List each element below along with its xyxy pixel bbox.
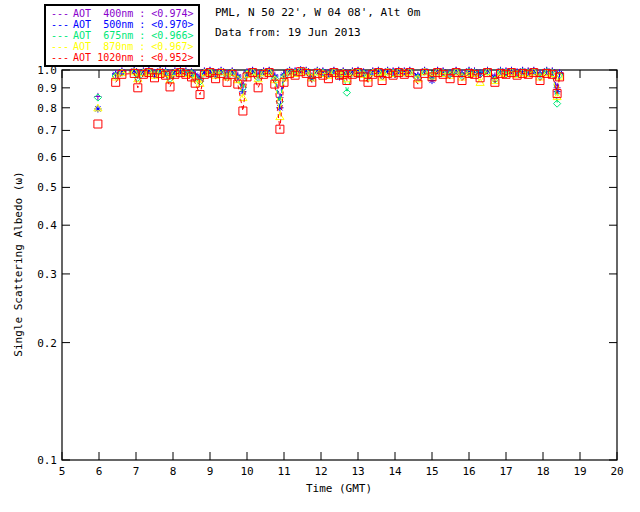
legend-line-sample-icon: --- <box>51 8 69 19</box>
svg-text:17: 17 <box>499 465 512 478</box>
legend-line-sample-icon: --- <box>51 41 69 52</box>
legend-label: AOT 675nm : <0.966> <box>73 30 193 41</box>
svg-text:5: 5 <box>59 465 66 478</box>
plot-frame <box>62 70 617 460</box>
svg-text:13: 13 <box>351 465 364 478</box>
svg-text:0.9: 0.9 <box>37 82 57 95</box>
svg-text:0.2: 0.2 <box>37 337 57 350</box>
page-title: PML, N 50 22', W 04 08', Alt 0m <box>215 6 420 19</box>
svg-text:6: 6 <box>96 465 103 478</box>
svg-text:8: 8 <box>170 465 177 478</box>
svg-text:18: 18 <box>536 465 549 478</box>
svg-text:10: 10 <box>240 465 253 478</box>
svg-text:0.4: 0.4 <box>37 219 57 232</box>
x-axis-title: Time (GMT) <box>306 482 372 495</box>
legend-item-500nm: ---AOT 500nm : <0.970> <box>51 19 193 30</box>
legend-item-675nm: ---AOT 675nm : <0.966> <box>51 30 193 41</box>
svg-text:0.1: 0.1 <box>37 454 57 467</box>
svg-text:19: 19 <box>573 465 586 478</box>
chart-canvas: 5678910111213141516171819201.00.90.80.70… <box>0 0 640 512</box>
axis-ticks <box>62 70 617 460</box>
legend-item-1020nm: ---AOT 1020nm : <0.952> <box>51 52 193 63</box>
svg-text:0.7: 0.7 <box>37 124 57 137</box>
svg-text:20: 20 <box>610 465 623 478</box>
svg-text:14: 14 <box>388 465 402 478</box>
svg-text:12: 12 <box>314 465 327 478</box>
svg-text:16: 16 <box>462 465 475 478</box>
svg-text:0.5: 0.5 <box>37 181 57 194</box>
svg-text:0.6: 0.6 <box>37 151 57 164</box>
legend-line-sample-icon: --- <box>51 52 69 63</box>
svg-text:7: 7 <box>133 465 140 478</box>
svg-text:0.3: 0.3 <box>37 268 57 281</box>
y-axis-title: Single Scattering Albedo (ω) <box>12 171 25 356</box>
svg-text:11: 11 <box>277 465 290 478</box>
legend-label: AOT 870nm : <0.967> <box>73 41 193 52</box>
legend-label: AOT 400nm : <0.974> <box>73 8 193 19</box>
legend-label: AOT 1020nm : <0.952> <box>73 52 193 63</box>
legend-box: ---AOT 400nm : <0.974> ---AOT 500nm : <0… <box>44 4 200 67</box>
svg-text:15: 15 <box>425 465 438 478</box>
legend-item-870nm: ---AOT 870nm : <0.967> <box>51 41 193 52</box>
svg-text:9: 9 <box>207 465 214 478</box>
svg-text:0.8: 0.8 <box>37 102 57 115</box>
axis-tick-labels: 5678910111213141516171819201.00.90.80.70… <box>37 64 624 478</box>
plot-subtitle: Data from: 19 Jun 2013 <box>215 26 361 39</box>
legend-label: AOT 500nm : <0.970> <box>73 19 193 30</box>
legend-line-sample-icon: --- <box>51 19 69 30</box>
legend-line-sample-icon: --- <box>51 30 69 41</box>
legend-item-400nm: ---AOT 400nm : <0.974> <box>51 8 193 19</box>
